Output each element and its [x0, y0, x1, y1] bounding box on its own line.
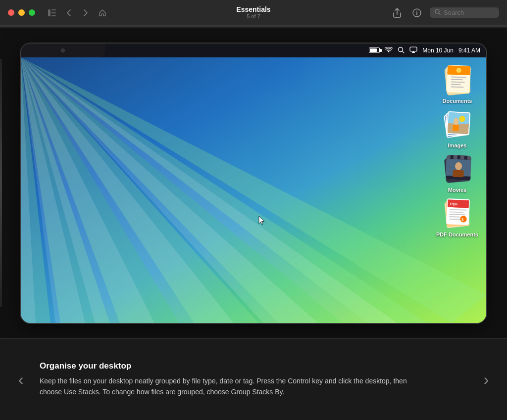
titlebar-nav [43, 6, 109, 20]
pdf-label: PDF Documents [436, 232, 478, 237]
next-button[interactable]: › [475, 369, 497, 390]
pdf-stack[interactable]: PDF $ [434, 197, 480, 239]
camera-dot [61, 48, 65, 52]
wifi-icon [385, 47, 393, 54]
battery-fill [370, 48, 377, 52]
pdf-stack-icon: PDF $ [442, 199, 473, 230]
search-icon [435, 9, 441, 16]
images-label: Images [448, 142, 467, 148]
info-body: Keep the files on your desktop neatly gr… [40, 376, 416, 397]
home-button[interactable] [96, 6, 109, 20]
svg-rect-2 [51, 12, 56, 13]
svg-point-5 [416, 10, 417, 11]
prev-button[interactable]: ‹ [10, 369, 32, 390]
svg-rect-37 [453, 125, 459, 131]
share-button[interactable] [390, 6, 404, 20]
camera-notch [21, 44, 105, 57]
movies-label: Movies [448, 187, 466, 193]
airplay-icon [409, 47, 417, 54]
back-button[interactable] [62, 6, 76, 20]
titlebar-title: Essentials [236, 5, 270, 14]
minimize-button[interactable] [18, 9, 25, 16]
titlebar-subtitle: 5 of 7 [236, 13, 270, 20]
magnifier-icon [398, 47, 405, 54]
titlebar: Essentials 5 of 7 [0, 0, 507, 26]
screenshot-area: Mon 10 Jun 9:41 AM [0, 28, 507, 338]
photo-front [446, 111, 470, 135]
svg-rect-1 [51, 9, 56, 10]
movies-stack[interactable]: Movies [434, 152, 480, 195]
bottom-panel: ‹ Organise your desktop Keep the files o… [0, 338, 507, 420]
menu-time: 9:41 AM [458, 47, 480, 54]
battery-indicator [369, 47, 380, 53]
movie-front [446, 155, 471, 181]
svg-text:PDF: PDF [450, 201, 458, 206]
device-bezel: Mon 10 Jun 9:41 AM [21, 44, 486, 323]
images-stack[interactable]: Images [434, 108, 480, 150]
sidebar-toggle-button[interactable] [45, 6, 59, 20]
titlebar-center: Essentials 5 of 7 [236, 5, 270, 20]
titlebar-actions [390, 6, 499, 20]
svg-point-6 [435, 9, 439, 13]
forward-button[interactable] [79, 6, 93, 20]
battery-icon [369, 47, 380, 53]
left-edge-strip [0, 59, 2, 307]
search-bar[interactable] [430, 7, 499, 18]
search-input[interactable] [444, 9, 494, 16]
svg-rect-42 [453, 155, 457, 159]
svg-point-7 [399, 47, 403, 51]
documents-stack[interactable]: Documents [434, 63, 480, 106]
svg-rect-46 [453, 170, 463, 177]
main-content: Mon 10 Jun 9:41 AM [0, 28, 507, 420]
svg-rect-41 [446, 155, 450, 159]
wallpaper-rays [21, 57, 486, 323]
info-title: Organise your desktop [40, 361, 467, 371]
svg-rect-44 [467, 155, 471, 159]
maximize-button[interactable] [29, 9, 35, 16]
documents-label: Documents [443, 98, 472, 104]
images-stack-icon [442, 110, 473, 140]
close-button[interactable] [8, 9, 14, 16]
documents-stack-icon [442, 65, 473, 96]
device-desktop: Documents [21, 57, 486, 323]
info-button[interactable] [410, 6, 424, 20]
movies-stack-icon [442, 154, 473, 185]
svg-rect-8 [410, 47, 417, 51]
wallpaper: Documents [21, 57, 486, 323]
pdf-paper-front: PDF $ [446, 198, 470, 225]
svg-rect-0 [48, 9, 51, 16]
svg-text:$: $ [461, 217, 463, 222]
menu-status-icons: Mon 10 Jun 9:41 AM [369, 47, 480, 54]
window-controls [8, 9, 35, 16]
paper-front [446, 65, 471, 93]
svg-rect-43 [460, 155, 464, 159]
svg-rect-3 [51, 15, 56, 16]
menu-date: Mon 10 Jun [422, 47, 454, 54]
info-section: Organise your desktop Keep the files on … [40, 361, 467, 397]
desktop-stacks: Documents [434, 63, 480, 239]
